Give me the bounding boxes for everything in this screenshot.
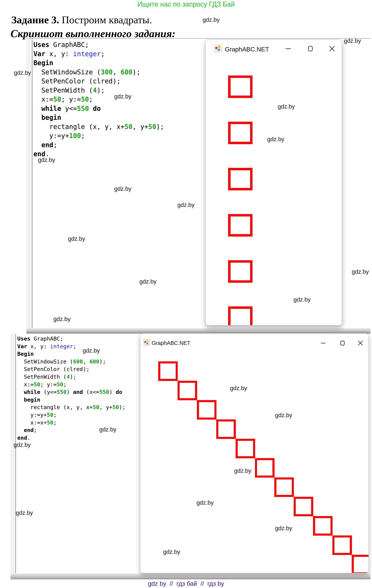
code-segment-kw: end — [33, 150, 45, 158]
code-segment-pl: , y+ — [99, 404, 112, 410]
graphabc-app-icon — [214, 45, 222, 52]
code-segment-kw: Begin — [33, 59, 53, 67]
code-segment-pl: y:=y+ — [33, 132, 69, 139]
maximize-button[interactable] — [337, 337, 349, 349]
minimize-button[interactable] — [282, 43, 294, 55]
code-segment-pl: SetWindowSize ( — [33, 68, 101, 76]
minimize-icon — [285, 48, 291, 49]
code-segment-nu: 550 — [99, 389, 109, 395]
code-segment-pl: , — [83, 358, 89, 365]
icon-red-cell — [215, 47, 217, 49]
code-segment-pl: ); — [156, 123, 164, 130]
code-segment-nu: 600 — [89, 358, 99, 365]
code-line: Uses GraphABC; — [33, 40, 164, 49]
close-icon — [328, 45, 336, 52]
code-segment-pl: SetPenColor (clred); — [33, 77, 120, 85]
code-line: end; — [17, 426, 125, 434]
code-segment-pl — [33, 114, 41, 121]
red-square-8 — [294, 497, 313, 516]
code-segment-pl — [17, 389, 24, 395]
code-segment-nu: 50 — [81, 95, 89, 103]
code-segment-pl: y:=y+ — [17, 412, 47, 418]
code-segment-pl: (y<= — [40, 389, 56, 395]
code-segment-pl: x, y: — [45, 50, 73, 58]
promo-header-text: Ищите нас по запросу ГДЗ Бай — [0, 0, 372, 8]
footer-text: gdz by // гдз бай // гдз by — [0, 580, 372, 587]
code-segment-pl: ) — [109, 389, 116, 395]
window-titlebar[interactable]: GraphABC.NET — [206, 40, 342, 57]
code-line: Begin — [17, 350, 125, 358]
code-line: x:=50; y:=50; — [17, 381, 125, 388]
code-segment-pl: ; — [53, 420, 56, 426]
code-segment-pl: ); — [70, 374, 76, 380]
code-segment-pl — [33, 141, 41, 149]
task-title: Построим квадраты. — [59, 14, 152, 26]
code-segment-nu: 4 — [93, 86, 97, 94]
red-square-5 — [228, 260, 252, 283]
icon-blue-cell — [218, 49, 220, 51]
page: Ищите нас по запросу ГДЗ Бай Задание 3. … — [0, 0, 372, 588]
code-segment-nu: 50 — [53, 95, 61, 103]
code-segment-pl: ; — [81, 132, 85, 139]
code-line: Var x, y: integer; — [17, 343, 125, 350]
code-segment-pl: , y+ — [132, 123, 148, 130]
red-square-5 — [236, 439, 255, 458]
icon-yellow-cell — [218, 46, 220, 48]
graphabc-window-2: GraphABC.NET — [140, 333, 369, 573]
code-segment-nu: 600 — [73, 358, 83, 365]
code-segment-kw: Uses — [33, 41, 49, 48]
code-line: Begin — [33, 58, 164, 68]
code-segment-nu: 550 — [57, 389, 66, 395]
code-segment-ty: integer — [73, 50, 101, 58]
close-button[interactable] — [326, 43, 338, 55]
window-titlebar[interactable]: GraphABC.NET — [140, 334, 368, 351]
code-line: SetWindowSize (300, 600); — [33, 68, 164, 77]
code-line: end. — [33, 149, 164, 159]
code-segment-pl: GraphABC; — [31, 336, 63, 342]
code-segment-pl: ; y:= — [40, 381, 56, 388]
window-title: GraphABC.NET — [225, 46, 269, 53]
task-heading: Задание 3. Построим квадраты. — [11, 14, 152, 26]
code-segment-kw: Var — [17, 343, 27, 350]
code-segment-pl: , — [112, 68, 120, 76]
code-segment-pl: ; — [53, 412, 56, 418]
red-square-2 — [177, 381, 197, 400]
code-segment-pl: SetPenWidth ( — [17, 374, 66, 380]
screenshot-1-bottom-strip — [26, 328, 371, 334]
code-gutter — [26, 39, 33, 328]
code-segment-pl: x, y: — [27, 343, 50, 350]
code-segment-pl: x:= — [17, 381, 34, 388]
code-segment-pl: . — [27, 435, 30, 441]
code-line: SetPenWidth (4); — [17, 373, 125, 381]
code-segment-ty: integer — [50, 343, 73, 350]
code-segment-nu: 50 — [57, 381, 63, 388]
minimize-icon — [321, 343, 325, 343]
code-segment-kw: do — [116, 389, 122, 395]
code-segment-kw: end — [41, 141, 53, 149]
icon-gray-cell — [216, 50, 217, 51]
code-line: SetPenColor (clred); — [33, 77, 164, 86]
code-segment-kw: begin — [41, 114, 61, 121]
red-square-3 — [197, 400, 217, 420]
code-line: Uses GraphABC; — [17, 335, 125, 343]
code-segment-kw: Begin — [17, 351, 34, 357]
minimize-button[interactable] — [317, 337, 329, 349]
code-segment-pl: ; — [53, 141, 57, 149]
red-square-6 — [228, 306, 252, 326]
maximize-button[interactable] — [304, 43, 316, 55]
code-segment-kw: end — [17, 435, 27, 441]
code-segment-nu: 4 — [66, 374, 70, 380]
close-button[interactable] — [354, 337, 366, 349]
task-number: Задание 3. — [11, 14, 59, 26]
red-square-4 — [228, 214, 252, 237]
code-segment-nu: 50 — [34, 381, 40, 388]
red-square-10 — [332, 536, 352, 555]
screenshot-2-bottom-strip — [11, 573, 371, 579]
code-segment-pl: rectangle (x, y, x+ — [17, 404, 93, 410]
code-gutter — [11, 334, 16, 573]
code-segment-pl: SetPenColor (clred); — [17, 366, 89, 372]
code-segment-nu: 50 — [93, 404, 99, 410]
code-line: begin — [33, 113, 164, 122]
maximize-icon — [340, 341, 345, 346]
code-line: begin — [17, 396, 125, 404]
